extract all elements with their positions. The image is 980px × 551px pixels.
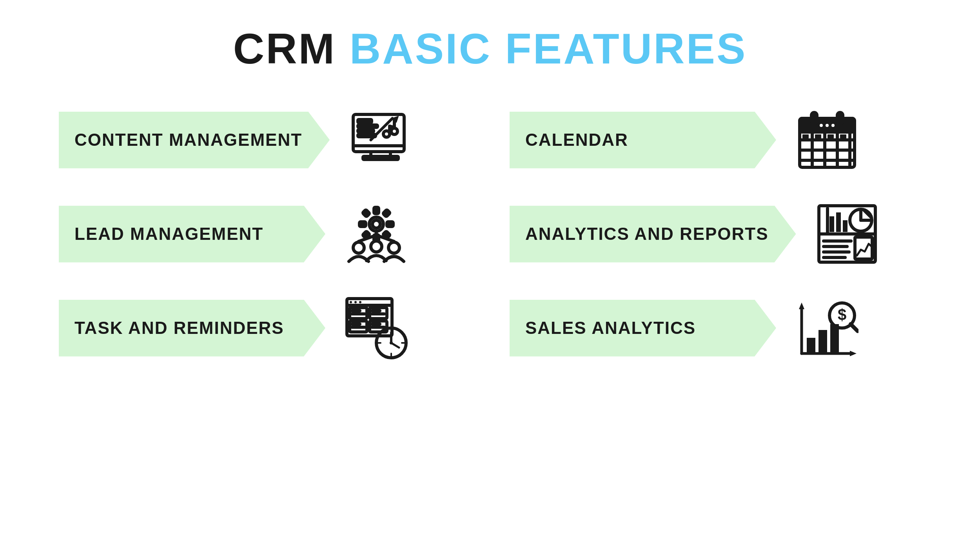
svg-rect-30 <box>815 134 821 138</box>
svg-rect-92 <box>807 338 815 353</box>
svg-line-97 <box>851 324 858 331</box>
feature-calendar: CALENDAR <box>510 105 921 175</box>
svg-point-21 <box>831 124 835 127</box>
feature-content-management: CONTENT MANAGEMENT <box>59 105 470 175</box>
svg-rect-34 <box>374 207 379 214</box>
title-subtitle: BASIC FEATURES <box>350 24 747 72</box>
svg-rect-8 <box>358 130 374 132</box>
svg-point-42 <box>372 220 380 228</box>
svg-text:$: $ <box>838 306 846 323</box>
svg-marker-89 <box>799 303 804 309</box>
svg-rect-6 <box>358 120 372 123</box>
svg-rect-53 <box>836 212 841 232</box>
calendar-icon <box>792 105 862 175</box>
svg-rect-93 <box>818 330 827 353</box>
svg-point-45 <box>388 242 399 253</box>
svg-rect-31 <box>828 134 834 138</box>
content-management-label: CONTENT MANAGEMENT <box>59 112 330 169</box>
svg-rect-29 <box>802 134 809 138</box>
svg-point-67 <box>359 301 361 303</box>
lead-management-label: LEAD MANAGEMENT <box>59 206 325 263</box>
task-reminders-icon <box>341 293 412 363</box>
svg-point-43 <box>353 242 364 253</box>
sales-analytics-icon: $ <box>792 293 862 363</box>
content-management-icon <box>345 105 416 175</box>
features-grid: CONTENT MANAGEMENT <box>59 105 921 363</box>
svg-rect-37 <box>387 222 393 227</box>
svg-point-19 <box>820 124 823 127</box>
analytics-reports-label: ANALYTICS AND REPORTS <box>510 206 796 263</box>
sales-analytics-label: SALES ANALYTICS <box>510 300 776 357</box>
title-crm: CRM <box>233 24 336 72</box>
svg-marker-91 <box>850 351 857 356</box>
svg-line-83 <box>391 343 399 348</box>
feature-sales-analytics: SALES ANALYTICS $ <box>510 293 921 363</box>
svg-rect-17 <box>811 112 817 123</box>
svg-point-66 <box>354 301 357 303</box>
svg-rect-36 <box>359 222 366 227</box>
feature-task-reminders: TASK AND REMINDERS <box>59 293 470 363</box>
svg-rect-52 <box>829 216 834 232</box>
svg-point-20 <box>826 124 829 127</box>
feature-analytics-reports: ANALYTICS AND REPORTS <box>510 199 921 269</box>
svg-rect-7 <box>358 125 377 127</box>
svg-rect-38 <box>363 210 370 217</box>
page-header: CRM BASIC FEATURES <box>233 24 747 73</box>
svg-rect-18 <box>837 112 843 123</box>
svg-rect-39 <box>383 210 390 217</box>
lead-management-icon <box>341 199 412 269</box>
svg-point-65 <box>350 301 352 303</box>
svg-rect-32 <box>840 134 846 138</box>
svg-rect-54 <box>843 220 848 232</box>
analytics-reports-icon <box>812 199 882 269</box>
feature-lead-management: LEAD MANAGEMENT <box>59 199 470 269</box>
svg-rect-9 <box>358 134 376 137</box>
task-reminders-label: TASK AND REMINDERS <box>59 300 325 357</box>
calendar-label: CALENDAR <box>510 112 776 169</box>
svg-point-44 <box>371 241 382 252</box>
svg-rect-3 <box>363 156 398 160</box>
svg-point-14 <box>391 128 397 134</box>
